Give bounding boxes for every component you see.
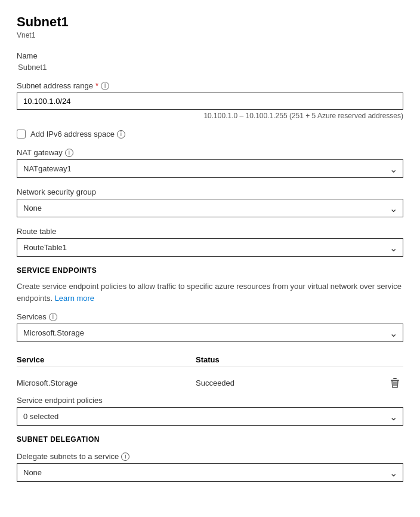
delete-service-button[interactable]: [387, 374, 403, 391]
ipv6-checkbox-row: Add IPv6 address space i: [17, 130, 403, 139]
delegate-subnets-info-icon: i: [121, 453, 129, 461]
col-header-service: Service: [17, 355, 196, 364]
subnet-address-info-icon: i: [101, 82, 109, 90]
services-field-group: Services i Microsoft.Storage ⌄: [17, 312, 403, 342]
subnet-address-field-group: Subnet address range * i 10.100.1.0 – 10…: [17, 81, 403, 120]
nat-gateway-dropdown-wrapper: NATgateway1 ⌄: [17, 159, 403, 178]
services-dropdown-wrapper: Microsoft.Storage ⌄: [17, 324, 403, 342]
delegate-subnets-dropdown-wrapper: None ⌄: [17, 463, 403, 482]
sep-field-group: Service endpoint policies 0 selected ⌄: [17, 396, 403, 426]
delegate-subnets-label: Delegate subnets to a service i: [17, 452, 403, 461]
delegate-subnets-select[interactable]: None: [17, 463, 403, 482]
subnet-address-input[interactable]: [17, 93, 403, 110]
route-table-select[interactable]: RouteTable1: [17, 238, 403, 257]
nat-gateway-info-icon: i: [65, 149, 73, 157]
nsg-dropdown-wrapper: None ⌄: [17, 199, 403, 217]
services-label: Services i: [17, 312, 403, 321]
nat-gateway-field-group: NAT gateway i NATgateway1 ⌄: [17, 148, 403, 178]
subnet-address-label: Subnet address range * i: [17, 81, 403, 90]
sep-select[interactable]: 0 selected: [17, 407, 403, 426]
services-table-header: Service Status: [17, 352, 403, 367]
subnet-delegation-header: SUBNET DELEGATION: [17, 435, 403, 444]
name-field-group: Name Subnet1: [17, 51, 403, 72]
table-row: Microsoft.Storage Succeeded: [17, 370, 403, 396]
nat-gateway-select[interactable]: NATgateway1: [17, 159, 403, 178]
address-hint: 10.100.1.0 – 10.100.1.255 (251 + 5 Azure…: [17, 112, 403, 120]
services-select[interactable]: Microsoft.Storage: [17, 324, 403, 342]
page-subtitle: Vnet1: [17, 31, 403, 39]
table-status-value: Succeeded: [196, 378, 387, 387]
table-service-value: Microsoft.Storage: [17, 378, 196, 387]
page-title: Subnet1: [17, 14, 403, 30]
route-table-dropdown-wrapper: RouteTable1 ⌄: [17, 238, 403, 257]
service-endpoints-description: Create service endpoint policies to allo…: [17, 281, 403, 304]
service-endpoints-header: SERVICE ENDPOINTS: [17, 266, 403, 275]
route-table-field-group: Route table RouteTable1 ⌄: [17, 227, 403, 257]
name-value: Subnet1: [17, 63, 403, 72]
services-info-icon: i: [49, 313, 57, 321]
route-table-label: Route table: [17, 227, 403, 236]
nsg-field-group: Network security group None ⌄: [17, 187, 403, 217]
sep-dropdown-wrapper: 0 selected ⌄: [17, 407, 403, 426]
delegate-subnets-field-group: Delegate subnets to a service i None ⌄: [17, 452, 403, 482]
ipv6-checkbox[interactable]: [17, 130, 26, 139]
nsg-label: Network security group: [17, 187, 403, 196]
nsg-select[interactable]: None: [17, 199, 403, 217]
nat-gateway-label: NAT gateway i: [17, 148, 403, 157]
ipv6-info-icon: i: [117, 130, 125, 139]
required-marker: *: [95, 81, 98, 90]
sep-label: Service endpoint policies: [17, 396, 403, 405]
col-header-status: Status: [196, 355, 403, 364]
ipv6-label: Add IPv6 address space i: [30, 130, 125, 139]
name-label: Name: [17, 51, 403, 60]
learn-more-link[interactable]: Learn more: [55, 294, 94, 303]
svg-rect-1: [393, 378, 397, 379]
trash-icon: [389, 377, 401, 389]
